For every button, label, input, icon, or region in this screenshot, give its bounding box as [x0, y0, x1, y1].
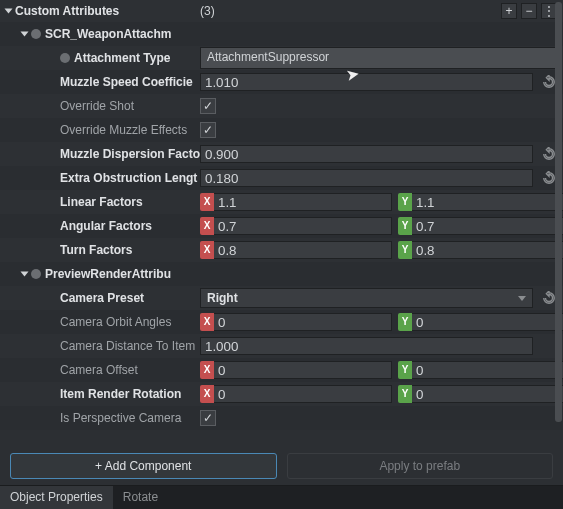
x-tag-icon: X — [200, 313, 214, 331]
y-tag-icon: Y — [398, 385, 412, 403]
linear-y-input[interactable] — [412, 193, 563, 211]
scrollbar-thumb[interactable] — [555, 2, 562, 422]
bullet-icon — [31, 29, 41, 39]
x-tag-icon: X — [200, 361, 214, 379]
muzzle-speed-label: Muzzle Speed Coefficie — [60, 75, 193, 89]
custom-attributes-header[interactable]: Custom Attributes — [15, 4, 119, 18]
linear-factors-label: Linear Factors — [60, 195, 143, 209]
apply-to-prefab-button[interactable]: Apply to prefab — [287, 453, 554, 479]
tab-object-properties[interactable]: Object Properties — [0, 486, 113, 509]
x-tag-icon: X — [200, 241, 214, 259]
item-render-rotation-vector: X Y Z — [200, 385, 563, 403]
attachment-type-label: Attachment Type — [74, 51, 170, 65]
y-tag-icon: Y — [398, 313, 412, 331]
muzzle-dispersion-label: Muzzle Dispersion Facto — [60, 147, 200, 161]
angular-x-input[interactable] — [214, 217, 392, 235]
angular-y-input[interactable] — [412, 217, 563, 235]
muzzle-speed-input[interactable] — [200, 73, 533, 91]
y-tag-icon: Y — [398, 217, 412, 235]
remove-attribute-button[interactable]: − — [521, 3, 537, 19]
orbit-x-input[interactable] — [214, 313, 392, 331]
camera-offset-vector: X Y Z — [200, 361, 563, 379]
bullet-icon — [60, 53, 70, 63]
x-tag-icon: X — [200, 193, 214, 211]
x-tag-icon: X — [200, 385, 214, 403]
angular-factors-vector: X Y Z — [200, 217, 563, 235]
y-tag-icon: Y — [398, 193, 412, 211]
linear-x-input[interactable] — [214, 193, 392, 211]
camera-preset-value: Right — [207, 291, 238, 305]
muzzle-dispersion-input[interactable] — [200, 145, 533, 163]
turn-factors-label: Turn Factors — [60, 243, 132, 257]
override-muzzle-label: Override Muzzle Effects — [60, 123, 187, 137]
tab-rotate[interactable]: Rotate — [113, 486, 168, 509]
turn-factors-vector: X Y Z — [200, 241, 563, 259]
attachment-type-field[interactable]: AttachmentSuppressor — [200, 47, 557, 69]
linear-factors-vector: X Y Z — [200, 193, 563, 211]
camera-preset-label: Camera Preset — [60, 291, 144, 305]
expand-icon[interactable] — [5, 8, 13, 13]
orbit-y-input[interactable] — [412, 313, 563, 331]
camera-orbit-vector: X Y Z — [200, 313, 563, 331]
chevron-down-icon — [518, 296, 526, 301]
y-tag-icon: Y — [398, 241, 412, 259]
camera-orbit-label: Camera Orbit Angles — [60, 315, 171, 329]
is-perspective-checkbox[interactable]: ✓ — [200, 410, 216, 426]
is-perspective-label: Is Perspective Camera — [60, 411, 181, 425]
component-name[interactable]: SCR_WeaponAttachm — [45, 27, 171, 41]
override-muzzle-checkbox[interactable]: ✓ — [200, 122, 216, 138]
expand-icon[interactable] — [21, 271, 29, 276]
turn-x-input[interactable] — [214, 241, 392, 259]
item-render-rotation-label: Item Render Rotation — [60, 387, 181, 401]
rotation-x-input[interactable] — [214, 385, 392, 403]
add-component-button[interactable]: + Add Component — [10, 453, 277, 479]
custom-attributes-count: (3) — [200, 4, 215, 18]
scrollbar[interactable] — [555, 0, 562, 430]
camera-distance-input[interactable] — [200, 337, 533, 355]
camera-distance-label: Camera Distance To Item — [60, 339, 195, 353]
camera-offset-label: Camera Offset — [60, 363, 138, 377]
expand-icon[interactable] — [21, 31, 29, 36]
camera-preset-dropdown[interactable]: Right — [200, 288, 533, 308]
offset-x-input[interactable] — [214, 361, 392, 379]
extra-obstruction-label: Extra Obstruction Lengt — [60, 171, 197, 185]
angular-factors-label: Angular Factors — [60, 219, 152, 233]
extra-obstruction-input[interactable] — [200, 169, 533, 187]
rotation-y-input[interactable] — [412, 385, 563, 403]
add-attribute-button[interactable]: + — [501, 3, 517, 19]
y-tag-icon: Y — [398, 361, 412, 379]
x-tag-icon: X — [200, 217, 214, 235]
override-shot-checkbox[interactable]: ✓ — [200, 98, 216, 114]
turn-y-input[interactable] — [412, 241, 563, 259]
bullet-icon — [31, 269, 41, 279]
component-name[interactable]: PreviewRenderAttribu — [45, 267, 171, 281]
offset-y-input[interactable] — [412, 361, 563, 379]
override-shot-label: Override Shot — [60, 99, 134, 113]
